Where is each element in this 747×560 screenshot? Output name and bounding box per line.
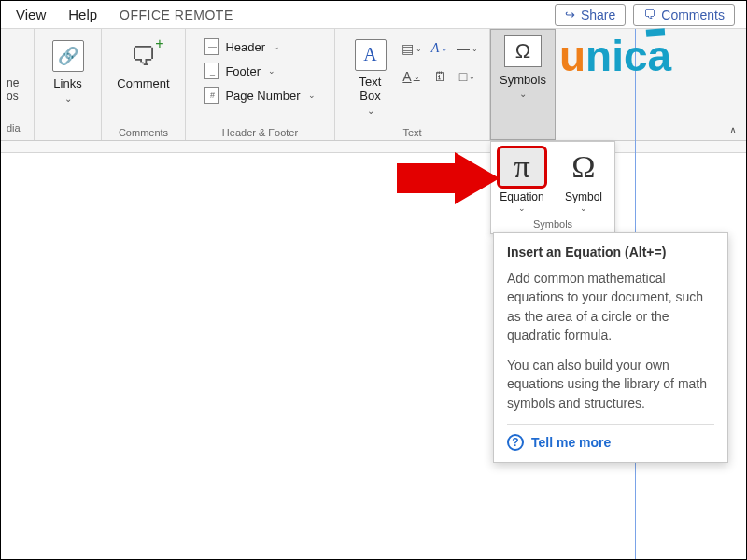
chevron-down-icon: ⌄	[367, 105, 374, 116]
tooltip-paragraph-1: Add common mathematical equations to you…	[507, 269, 714, 344]
media-line2: os	[7, 90, 19, 103]
text-box-button[interactable]: A Text Box ⌄	[345, 33, 396, 119]
footer-button[interactable]: _ Footer ⌄	[203, 61, 317, 81]
symbols-dropdown: π Equation ⌄ Ω Symbol ⌄ Symbols	[490, 141, 615, 234]
date-time-button[interactable]: 🗓	[428, 64, 452, 89]
chevron-down-icon: ⌄	[518, 203, 526, 213]
object-button[interactable]: □⌄	[456, 64, 480, 89]
logo-letters-nica: nica	[585, 31, 671, 81]
page-number-icon: #	[204, 87, 219, 104]
text-box-icon: A	[355, 39, 387, 71]
svg-marker-0	[397, 152, 500, 204]
text-tiny-grid: ▤⌄ A⌄ ―⌄ A⌄ 🗓 □⌄	[400, 33, 480, 89]
tooltip-divider	[507, 424, 714, 425]
quick-parts-button[interactable]: ▤⌄	[400, 36, 424, 61]
chevron-down-icon: ⌄	[519, 89, 527, 99]
menu-office-remote[interactable]: OFFICE REMOTE	[108, 3, 245, 27]
group-links: 🔗 Links ⌄	[35, 29, 102, 140]
links-button[interactable]: 🔗 Links ⌄	[37, 33, 99, 119]
comments-button[interactable]: 🗨 Comments	[633, 4, 735, 26]
header-label: Header	[225, 40, 265, 54]
symbols-button[interactable]: Ω Symbols ⌄	[490, 29, 556, 140]
chevron-down-icon: ⌄	[64, 93, 72, 104]
group-text: A Text Box ⌄ ▤⌄ A⌄ ―⌄ A⌄ 🗓 □⌄ Text	[335, 29, 490, 140]
group-comments: 🗨+ Comment Comments	[102, 29, 186, 140]
menu-view[interactable]: View	[5, 2, 57, 27]
comment-label: Comment	[117, 77, 169, 91]
share-button[interactable]: ↪ Share	[555, 4, 626, 26]
symbols-dropdown-group-label: Symbols	[533, 215, 572, 233]
share-icon: ↪	[565, 7, 575, 21]
collapse-ribbon-button[interactable]: ∧	[729, 124, 737, 136]
menu-help[interactable]: Help	[57, 2, 108, 27]
chevron-down-icon: ⌄	[268, 66, 275, 76]
menu-bar: View Help OFFICE REMOTE ↪ Share 🗨 Commen…	[1, 1, 746, 29]
page-number-button[interactable]: # Page Number ⌄	[203, 85, 317, 105]
header-button[interactable]: — Header ⌄	[203, 36, 317, 57]
text-group-label: Text	[339, 125, 486, 138]
symbol-button[interactable]: Ω Symbol ⌄	[553, 142, 614, 215]
logo-grad-cap	[646, 28, 666, 36]
unica-logo: u nica	[559, 31, 671, 81]
page-number-label: Page Number	[225, 89, 300, 103]
tell-me-more-label: Tell me more	[531, 435, 611, 450]
equation-button[interactable]: π Equation ⌄	[491, 142, 553, 215]
media-group-label: dia	[7, 122, 21, 134]
tooltip-paragraph-2: You can also build your own equations us…	[507, 356, 714, 413]
help-icon: ?	[507, 434, 524, 451]
pi-icon: π	[497, 146, 547, 189]
comment-button[interactable]: 🗨+ Comment	[106, 33, 181, 119]
tell-me-more-link[interactable]: ? Tell me more	[507, 434, 714, 451]
symbols-label: Symbols	[500, 73, 546, 87]
group-symbols: Ω Symbols ⌄	[490, 29, 556, 140]
red-arrow-annotation	[397, 152, 500, 204]
equation-tooltip: Insert an Equation (Alt+=) Add common ma…	[493, 232, 728, 463]
links-group-label	[38, 136, 97, 138]
comments-group-label: Comments	[106, 125, 181, 138]
footer-icon: _	[204, 63, 219, 79]
wordart-button[interactable]: A⌄	[428, 36, 452, 61]
links-label: Links	[53, 77, 81, 91]
speech-bubble-icon: 🗨	[643, 7, 655, 21]
group-media-truncated: ne os dia	[1, 29, 35, 140]
chevron-down-icon: ⌄	[580, 203, 587, 213]
group-header-footer: — Header ⌄ _ Footer ⌄ # Page Number ⌄ He…	[186, 29, 335, 140]
media-line1: ne	[7, 77, 19, 90]
equation-label: Equation	[500, 190, 543, 203]
drop-cap-button[interactable]: A⌄	[400, 64, 424, 89]
omega-icon: Ω	[558, 146, 609, 189]
link-icon: 🔗	[52, 40, 84, 72]
omega-icon: Ω	[504, 35, 542, 67]
chevron-down-icon: ⌄	[308, 91, 316, 100]
hf-group-label: Header & Footer	[190, 125, 331, 138]
chevron-down-icon: ⌄	[273, 42, 280, 51]
tooltip-title: Insert an Equation (Alt+=)	[507, 245, 714, 259]
logo-letter-u: u	[559, 31, 585, 81]
footer-label: Footer	[225, 64, 261, 78]
new-comment-icon: 🗨+	[131, 41, 157, 72]
comments-label: Comments	[661, 7, 725, 22]
header-icon: —	[204, 38, 219, 55]
text-box-label: Text Box	[359, 75, 382, 104]
signature-line-button[interactable]: ―⌄	[456, 36, 480, 61]
symbol-label: Symbol	[565, 190, 602, 203]
share-label: Share	[581, 7, 615, 22]
